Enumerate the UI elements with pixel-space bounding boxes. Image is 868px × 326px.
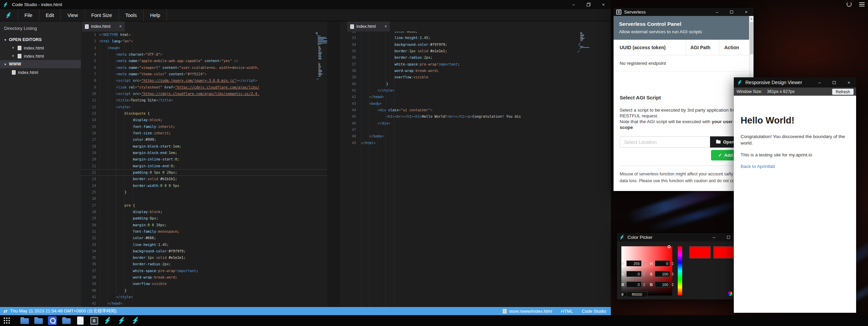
code-line[interactable]: 36 border-radius:2px; [81, 261, 327, 267]
tree-file-item[interactable]: index.html [0, 68, 81, 76]
menu-file[interactable]: File [18, 9, 39, 21]
code-line[interactable]: 33 line-height:1.45; [81, 242, 327, 248]
code-line[interactable]: 42 </head> [81, 300, 327, 307]
open-editor-item[interactable]: × index.html [0, 52, 81, 60]
stepper-icon[interactable] [643, 272, 645, 276]
code-line[interactable]: 40 } [340, 81, 611, 87]
script-location-input[interactable] [620, 136, 710, 148]
close-icon[interactable]: × [119, 24, 122, 29]
close-icon[interactable]: × [739, 8, 754, 16]
minimize-icon[interactable]: – [710, 8, 724, 16]
menu-edit[interactable]: Edit [39, 9, 60, 21]
taskbar-code-studio-icon[interactable] [118, 316, 126, 325]
red-input[interactable] [626, 261, 641, 266]
stepper-icon[interactable] [643, 262, 645, 265]
code-line[interactable]: 35 border:1px solid #e1e1e1; [340, 48, 611, 54]
code-line[interactable]: 25 } [81, 189, 327, 195]
stepper-icon[interactable] [672, 283, 674, 286]
menu-help[interactable]: Help [143, 9, 167, 21]
code-line[interactable]: 9 <link rel="stylesheet" href="https://c… [81, 84, 327, 91]
taskbar-folder-icon[interactable] [34, 316, 43, 325]
taskbar-media-app-icon[interactable] [48, 316, 57, 325]
code-line[interactable]: 6 <meta name="viewport" content="user-sc… [81, 64, 327, 71]
code-line[interactable]: 23 border:solid #b1b1b1; [81, 176, 327, 182]
hue-slider[interactable] [678, 246, 682, 295]
code-line[interactable]: 40 } [81, 287, 327, 294]
close-icon[interactable]: × [842, 77, 856, 88]
code-line[interactable]: 41 </style> [81, 294, 327, 300]
code-line[interactable]: 44 <div class="ui container"> [340, 107, 611, 113]
hue-input[interactable] [655, 261, 670, 266]
code-line[interactable]: 37 white-space:pre-wrap!important; [340, 61, 611, 68]
code-line[interactable]: 41 </style> [340, 87, 611, 94]
tree-folder-www[interactable]: ▾ WWW [0, 60, 81, 68]
tab-index-html[interactable]: index.html × [347, 21, 390, 32]
code-line[interactable]: 10 <script src="https://cdnjs.cloudflare… [81, 91, 327, 97]
system-menu-icon[interactable] [859, 2, 865, 3]
code-line[interactable]: 31 font-family:monospace; [81, 228, 327, 235]
tab-index-html[interactable]: index.html × [82, 21, 125, 32]
hex-input[interactable] [626, 291, 648, 297]
taskbar-document-icon[interactable] [76, 316, 85, 325]
code-line[interactable]: 42 </head> [340, 94, 611, 100]
maximize-icon[interactable] [827, 77, 842, 88]
code-line[interactable]: 16 font-size:inherit; [81, 130, 327, 136]
code-line[interactable]: 17 color:#999; [81, 136, 327, 143]
code-line[interactable]: 47 [340, 127, 611, 133]
pane-divider[interactable] [327, 21, 340, 307]
stepper-icon[interactable] [643, 283, 645, 286]
taskbar-code-studio-icon[interactable] [104, 316, 112, 325]
blue-input[interactable] [626, 282, 641, 287]
close-icon[interactable]: × [12, 45, 15, 50]
restore-icon[interactable] [581, 0, 596, 9]
code-editor[interactable]: 1<!DOCTYPE html>2<html lang="en">3 <head… [81, 32, 327, 307]
app-launcher-icon[interactable] [3, 317, 10, 324]
maximize-icon[interactable] [724, 8, 739, 16]
code-line[interactable]: 29 padding:8px; [81, 215, 327, 222]
code-line[interactable]: 45 <h1><br></h1><h1>Hello World!<br></h1… [340, 113, 611, 120]
open-editor-item[interactable]: × index.html [0, 44, 81, 52]
saturation-input[interactable] [655, 271, 670, 277]
title-bar[interactable]: Code Studio - index.html – × [0, 0, 611, 9]
taskbar-code-studio-icon[interactable] [131, 316, 140, 325]
taskbar-serverless-icon[interactable]: 0 [90, 316, 99, 325]
code-line[interactable]: 46 </div> [340, 120, 611, 127]
code-line[interactable]: 30 margin:0 0 10px; [81, 222, 327, 228]
minimize-icon[interactable]: – [812, 77, 827, 88]
code-line[interactable]: 38 word-wrap:break-word; [340, 68, 611, 74]
stepper-icon[interactable] [672, 272, 674, 276]
code-line[interactable]: 43 <body> [340, 100, 611, 107]
scroll-up-icon[interactable]: ▲ [749, 16, 754, 21]
code-line[interactable]: 21 margin-inline-end:0; [81, 163, 327, 169]
close-icon[interactable]: × [596, 0, 611, 9]
title-bar[interactable]: Color Picker – [617, 233, 736, 242]
code-line[interactable]: 48 </body> [340, 133, 611, 139]
code-line[interactable]: 3 <head> [81, 45, 327, 51]
taskbar-folder-icon[interactable] [62, 316, 71, 325]
code-line[interactable]: 20 margin-inline-start:0; [81, 156, 327, 162]
code-line[interactable]: 39 overflow:visible [81, 281, 327, 287]
code-line[interactable]: 28 display:block; [81, 209, 327, 215]
code-line[interactable]: 34 background-color:#f9f9f9; [81, 248, 327, 254]
code-line[interactable]: 22 padding:0 5px 0 20px; [81, 169, 327, 176]
minimize-icon[interactable]: – [707, 233, 721, 242]
code-line[interactable]: 38 word-wrap:break-word; [81, 274, 327, 281]
title-bar[interactable]: 0 Serverless – × [614, 8, 754, 16]
code-editor[interactable]: 32 color:#666;33 line-height:1.45;34 bac… [340, 28, 611, 146]
refresh-button[interactable]: Refresh [832, 89, 854, 95]
code-line[interactable]: 5 <meta name="apple-mobile-web-app-capab… [81, 58, 327, 64]
code-line[interactable]: 12 <style> [81, 104, 327, 110]
back-to-aprintlab-link[interactable]: Back to Aprintlab [741, 164, 849, 169]
stepper-icon[interactable] [672, 262, 674, 265]
tree-section-open-editors[interactable]: ▾ OPEN EDITORS [0, 36, 81, 44]
taskbar-folder-icon[interactable] [20, 316, 29, 325]
code-line[interactable]: 1<!DOCTYPE html> [81, 32, 327, 38]
code-line[interactable]: 32 color:#666; [81, 235, 327, 241]
code-line[interactable]: 24 border-width:0 0 0 5px [81, 183, 327, 189]
code-line[interactable]: 4 <meta charset="UTF-8"> [81, 51, 327, 58]
code-line[interactable]: 11 <title>Testing Site</title> [81, 97, 327, 103]
close-icon[interactable]: × [12, 54, 15, 58]
code-line[interactable]: 49</html> [340, 140, 611, 146]
scrollbar-thumb[interactable] [750, 22, 753, 54]
brightness-input[interactable] [655, 282, 670, 287]
